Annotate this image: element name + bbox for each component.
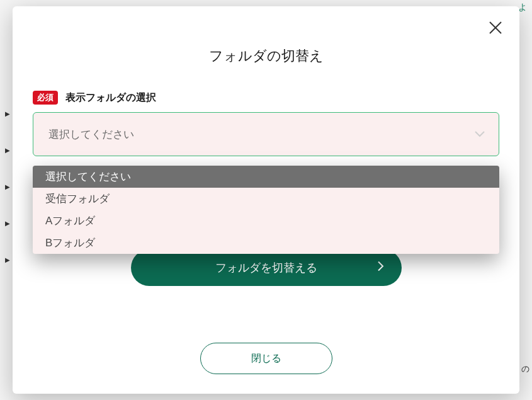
- field-header: 必須 表示フォルダの選択: [33, 91, 499, 105]
- modal-overlay: フォルダの切替え 必須 表示フォルダの選択 選択してください 選択してください …: [0, 0, 532, 400]
- dropdown-option[interactable]: Aフォルダ: [33, 210, 499, 232]
- close-icon: [488, 20, 503, 35]
- modal-title: フォルダの切替え: [33, 47, 499, 66]
- folder-dropdown: 選択してください 受信フォルダ Aフォルダ Bフォルダ: [33, 166, 499, 254]
- dropdown-option[interactable]: 選択してください: [33, 166, 499, 188]
- dropdown-option[interactable]: 受信フォルダ: [33, 188, 499, 210]
- field-label: 表示フォルダの選択: [65, 91, 156, 105]
- select-wrapper: 選択してください 選択してください 受信フォルダ Aフォルダ Bフォルダ: [33, 112, 499, 156]
- close-label: 閉じる: [251, 352, 281, 365]
- close-text-button[interactable]: 閉じる: [200, 343, 332, 374]
- close-button[interactable]: [485, 18, 506, 38]
- chevron-right-icon: [378, 261, 384, 275]
- submit-label: フォルダを切替える: [215, 260, 317, 275]
- required-badge: 必須: [33, 91, 58, 105]
- chevron-down-icon: [475, 129, 485, 140]
- modal-dialog: フォルダの切替え 必須 表示フォルダの選択 選択してください 選択してください …: [13, 6, 519, 394]
- dropdown-option[interactable]: Bフォルダ: [33, 232, 499, 254]
- folder-select[interactable]: 選択してください: [33, 112, 499, 156]
- switch-folder-button[interactable]: フォルダを切替える: [131, 249, 402, 286]
- select-placeholder: 選択してください: [48, 127, 134, 142]
